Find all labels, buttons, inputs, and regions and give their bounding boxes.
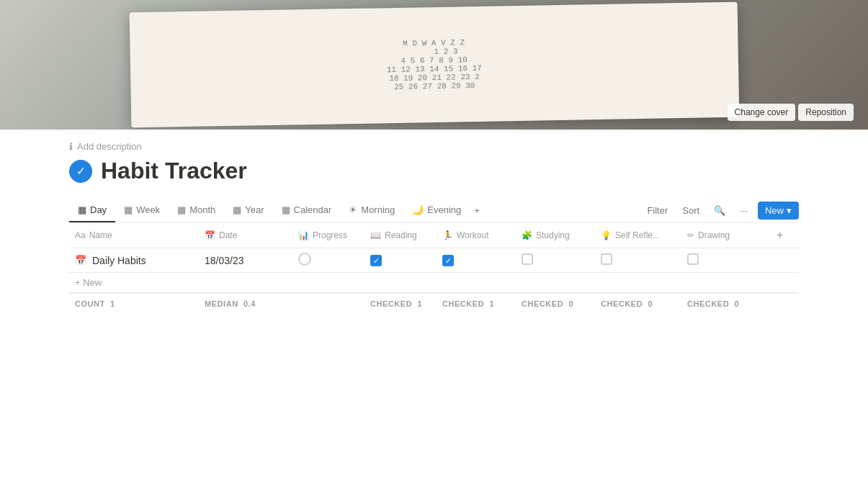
name-col-label: Name	[89, 230, 112, 240]
date-col-label: Date	[219, 230, 237, 240]
self-checked-value: 0	[648, 299, 653, 308]
week-tab-icon: ▦	[124, 204, 133, 215]
month-tab-icon: ▦	[177, 204, 186, 215]
progress-col-icon: 📊	[298, 230, 309, 240]
studying-checked-value: 0	[568, 299, 573, 308]
drawing-col-label: Drawing	[698, 230, 730, 240]
row-name-label: Daily Habits	[92, 255, 146, 266]
row-self-reflect-cell[interactable]	[595, 248, 681, 273]
day-tab-icon: ▦	[78, 204, 86, 215]
new-caret-icon: ▾	[787, 205, 792, 216]
calendar-tab-label: Calendar	[294, 204, 332, 215]
cover-image: M D W A V Z Z 1 2 3 4 5 6 7 8 9 10 11 12…	[0, 0, 868, 130]
new-entry-button[interactable]: New ▾	[758, 202, 799, 220]
table-header-row: Aa Name 📅 Date 📊 Progress	[69, 223, 799, 248]
sort-button[interactable]: Sort	[678, 202, 704, 219]
progress-circle-icon	[298, 253, 311, 266]
count-label: COUNT	[75, 299, 105, 308]
self-stat: CHECKED 0	[595, 299, 681, 308]
row-add-cell	[768, 248, 797, 273]
evening-tab-label: Evening	[427, 204, 461, 215]
cover-action-buttons: Change cover Reposition	[728, 104, 854, 121]
reading-col-icon: 📖	[370, 230, 381, 240]
calendar-tab-icon: ▦	[282, 204, 290, 215]
reading-stat: CHECKED 1	[364, 299, 437, 308]
tab-calendar[interactable]: ▦ Calendar	[273, 199, 341, 222]
info-icon: ℹ	[69, 141, 73, 152]
col-header-name: Aa Name	[69, 223, 199, 248]
drawing-checked-label: CHECKED	[687, 299, 729, 308]
count-stat: COUNT 1	[69, 299, 199, 308]
new-label: New	[765, 205, 784, 216]
col-header-reading: 📖 Reading	[364, 223, 437, 248]
row-more-cell	[797, 248, 799, 273]
change-cover-button[interactable]: Change cover	[728, 104, 796, 121]
col-header-more[interactable]: ···	[797, 223, 799, 248]
workout-col-label: Workout	[457, 230, 488, 240]
page-content: ℹ Add description ✓ Habit Tracker ▦ Day …	[0, 130, 868, 314]
self-reflect-checkbox[interactable]	[601, 253, 612, 265]
progress-col-label: Progress	[313, 230, 347, 240]
workout-checked-label: CHECKED	[442, 299, 484, 308]
data-table: Aa Name 📅 Date 📊 Progress	[69, 223, 799, 314]
month-tab-label: Month	[189, 204, 215, 215]
add-description-label: Add description	[77, 141, 142, 152]
self-checked-label: CHECKED	[601, 299, 643, 308]
evening-tab-icon: 🌙	[412, 204, 424, 215]
morning-tab-label: Morning	[361, 204, 395, 215]
median-value: 0.4	[243, 299, 256, 308]
col-header-progress: 📊 Progress	[292, 223, 364, 248]
studying-col-label: Studying	[536, 230, 570, 240]
page-title-row: ✓ Habit Tracker	[69, 158, 799, 184]
workout-checkbox[interactable]	[442, 255, 454, 266]
col-header-workout: 🏃 Workout	[437, 223, 516, 248]
row-date-value: 18/03/23	[205, 255, 244, 266]
add-column-button[interactable]: +	[774, 227, 786, 243]
row-name-cell: 📅 Daily Habits	[69, 248, 199, 273]
tab-year[interactable]: ▦ Year	[224, 199, 272, 222]
tab-month[interactable]: ▦ Month	[169, 199, 224, 222]
studying-checkbox[interactable]	[522, 253, 533, 265]
row-workout-cell[interactable]	[437, 248, 516, 273]
reposition-button[interactable]: Reposition	[798, 104, 854, 121]
drawing-col-icon: ✏	[687, 230, 694, 240]
title-icon: ✓	[69, 160, 92, 183]
day-tab-label: Day	[90, 204, 107, 215]
row-page-icon: 📅	[75, 255, 86, 266]
reading-checked-value: 1	[417, 299, 422, 308]
morning-tab-icon: ☀	[349, 204, 357, 215]
new-row-label[interactable]: + New	[69, 273, 799, 293]
table-row: 📅 Daily Habits 18/03/23	[69, 248, 799, 273]
name-col-icon: Aa	[75, 230, 86, 240]
workout-checked-value: 1	[489, 299, 494, 308]
row-progress-cell[interactable]	[292, 248, 364, 273]
studying-col-icon: 🧩	[522, 230, 532, 240]
tab-week[interactable]: ▦ Week	[115, 199, 169, 222]
tab-morning[interactable]: ☀ Morning	[340, 199, 403, 222]
tab-evening[interactable]: 🌙 Evening	[403, 199, 470, 222]
year-tab-icon: ▦	[233, 204, 241, 215]
row-reading-cell[interactable]	[364, 248, 437, 273]
col-header-self-reflect: 💡 Self Refle...	[595, 223, 681, 248]
studying-stat: CHECKED 0	[516, 299, 595, 308]
reading-checkbox[interactable]	[370, 255, 382, 266]
row-date-cell: 18/03/23	[199, 248, 292, 273]
stats-row: COUNT 1 MEDIAN 0.4 CHECKED 1 CHECKED 1 C…	[69, 293, 799, 314]
filter-button[interactable]: Filter	[643, 202, 672, 219]
col-header-add[interactable]: +	[768, 223, 797, 248]
row-drawing-cell[interactable]	[681, 248, 768, 273]
workout-col-icon: 🏃	[442, 230, 453, 240]
count-value: 1	[110, 299, 115, 308]
add-description-button[interactable]: ℹ Add description	[69, 130, 799, 158]
more-options-button[interactable]: ···	[735, 202, 752, 219]
reading-checked-label: CHECKED	[370, 299, 412, 308]
row-studying-cell[interactable]	[516, 248, 595, 273]
median-stat: MEDIAN 0.4	[199, 299, 292, 308]
add-view-button[interactable]: +	[470, 202, 484, 219]
checkmark-icon: ✓	[76, 164, 86, 178]
new-row[interactable]: + New	[69, 273, 799, 293]
tab-day[interactable]: ▦ Day	[69, 199, 115, 222]
drawing-checkbox[interactable]	[687, 253, 699, 265]
view-tabs: ▦ Day ▦ Week ▦ Month ▦ Year ▦ Calendar ☀…	[69, 199, 799, 223]
search-button[interactable]: 🔍	[710, 202, 730, 219]
